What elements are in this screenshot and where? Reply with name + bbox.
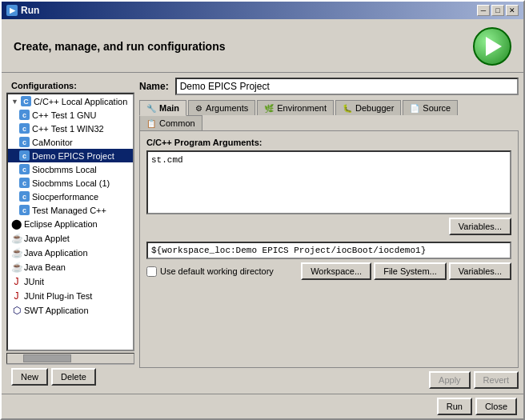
run-icon-button[interactable] [473, 27, 511, 66]
junit-icon: J [11, 290, 22, 302]
content-area: Configurations: ▼ C C/C++ Local Applicat… [2, 73, 523, 394]
expand-arrow: ▼ [11, 98, 18, 106]
workspace-button[interactable]: Workspace... [301, 262, 371, 280]
configurations-tree[interactable]: ▼ C C/C++ Local Application c C++ Test 1… [6, 93, 134, 351]
c-badge: c [19, 205, 30, 215]
tree-item-label: C++ Test 1 WIN32 [32, 124, 104, 134]
titlebar-controls: ─ □ ✕ [477, 5, 519, 16]
tree-item-java-bean[interactable]: ☕ Java Bean [8, 260, 133, 274]
window-icon: ▶ [6, 5, 18, 16]
main-tab-icon: 🔧 [146, 104, 156, 113]
action-row: Run Close [2, 394, 523, 418]
arguments-tab-label: Arguments [206, 103, 248, 113]
delete-button[interactable]: Delete [51, 368, 96, 386]
tree-item-demo-epics[interactable]: c Demo EPICS Project [8, 149, 133, 162]
name-row: Name: [139, 78, 519, 95]
tree-item-siocbmms-local[interactable]: c Siocbmms Local [8, 162, 133, 176]
tree-item-siocbmms-local-1[interactable]: c Siocbmms Local (1) [8, 176, 133, 190]
eclipse-icon: ⬤ [11, 218, 22, 230]
environment-tab-label: Environment [277, 103, 327, 113]
tab-main[interactable]: 🔧 Main [139, 100, 186, 116]
tree-item-label: JUnit Plug-in Test [24, 291, 92, 301]
titlebar-left: ▶ Run [6, 5, 39, 16]
tab-content: C/C++ Program Arguments: Variables... Us… [139, 130, 519, 368]
window-title: Run [21, 5, 39, 16]
name-input[interactable] [175, 78, 519, 95]
tree-item-label: Eclipse Application [24, 219, 98, 229]
tree-item-java-app[interactable]: ☕ Java Application [8, 246, 133, 260]
tree-item-junit-plugin[interactable]: J JUnit Plug-in Test [8, 289, 133, 303]
java-icon: ☕ [11, 262, 22, 273]
tree-item-label: Siocperformance [32, 192, 98, 202]
tree-item-label: Siocbmms Local (1) [32, 178, 110, 188]
working-dir-buttons: Workspace... File System... Variables... [301, 262, 511, 280]
source-tab-label: Source [423, 103, 451, 113]
working-dir-input[interactable] [146, 242, 511, 259]
dialog-header: Create, manage, and run configurations [2, 19, 523, 73]
tree-item-siocperformance[interactable]: c Siocperformance [8, 190, 133, 203]
args-section-label: C/C++ Program Arguments: [146, 138, 511, 147]
name-label: Name: [139, 81, 169, 92]
working-dir-row: Use default working directory Workspace.… [146, 262, 511, 280]
scrollbar-thumb[interactable] [23, 354, 71, 362]
java-icon: ☕ [11, 233, 22, 244]
tree-item-swt-app[interactable]: ⬡ SWT Application [8, 303, 133, 318]
minimize-button[interactable]: ─ [477, 5, 490, 16]
close-button[interactable]: Close [475, 398, 517, 415]
left-bottom-buttons: New Delete [6, 364, 134, 389]
close-window-button[interactable]: ✕ [506, 5, 519, 16]
use-default-label: Use default working directory [160, 266, 298, 276]
tree-item-cpp-test-gnu[interactable]: c C++ Test 1 GNU [8, 108, 133, 122]
use-default-checkbox[interactable] [146, 266, 157, 277]
c-badge: c [19, 110, 30, 120]
swt-icon: ⬡ [11, 305, 22, 316]
common-tab-icon: 📋 [146, 119, 156, 128]
revert-button[interactable]: Revert [474, 371, 519, 389]
tab-debugger[interactable]: 🐛 Debugger [335, 100, 401, 115]
tree-item-label: SWT Application [24, 306, 89, 315]
tree-item-label: Java Application [24, 248, 88, 258]
tree-item-label: Siocbmms Local [32, 165, 97, 174]
args-textarea[interactable] [146, 150, 511, 214]
run-button[interactable]: Run [437, 398, 472, 415]
tree-item-label: JUnit [24, 277, 44, 286]
tree-item-junit[interactable]: J JUnit [8, 274, 133, 289]
filesystem-button[interactable]: File System... [374, 262, 447, 280]
java-icon: ☕ [11, 247, 22, 258]
run-dialog: ▶ Run ─ □ ✕ Create, manage, and run conf… [0, 0, 525, 420]
debugger-tab-icon: 🐛 [343, 104, 352, 113]
c-badge: c [19, 178, 30, 188]
main-tab-label: Main [159, 103, 179, 113]
tree-item-eclipse-app[interactable]: ⬤ Eclipse Application [8, 217, 133, 231]
tree-item-label: Java Bean [24, 262, 66, 272]
c-badge: c [19, 191, 30, 202]
arguments-tab-icon: ⚙ [195, 104, 202, 113]
c-badge: c [19, 137, 30, 147]
tab-common[interactable]: 📋 Common [139, 115, 202, 130]
titlebar: ▶ Run ─ □ ✕ [2, 2, 523, 19]
c-badge: c [19, 123, 30, 134]
tree-item-label: C++ Test 1 GNU [32, 110, 97, 120]
tree-item-label: Java Applet [24, 234, 70, 243]
source-tab-icon: 📄 [410, 104, 419, 113]
variables-button[interactable]: Variables... [449, 218, 511, 235]
tree-item-cpp-test-win32[interactable]: c C++ Test 1 WIN32 [8, 122, 133, 135]
tree-item-label: Test Managed C++ [32, 206, 106, 215]
tree-item-cpp-local-app[interactable]: ▼ C C/C++ Local Application [8, 94, 133, 108]
tree-item-label: Demo EPICS Project [32, 151, 114, 161]
apply-button[interactable]: Apply [429, 371, 471, 389]
horizontal-scrollbar[interactable] [6, 353, 134, 364]
tree-item-test-managed[interactable]: c Test Managed C++ [8, 203, 133, 217]
new-button[interactable]: New [11, 368, 48, 386]
tree-item-java-applet[interactable]: ☕ Java Applet [8, 231, 133, 246]
configurations-label: Configurations: [6, 78, 134, 93]
c-badge: C [21, 96, 31, 106]
left-panel: Configurations: ▼ C C/C++ Local Applicat… [6, 78, 134, 389]
maximize-button[interactable]: □ [491, 5, 504, 16]
c-badge: c [19, 164, 30, 174]
tab-arguments[interactable]: ⚙ Arguments [188, 100, 255, 115]
tree-item-camonitor[interactable]: c CaMonitor [8, 135, 133, 149]
tab-source[interactable]: 📄 Source [403, 100, 458, 115]
tab-environment[interactable]: 🌿 Environment [257, 100, 334, 115]
variables2-button[interactable]: Variables... [449, 262, 511, 280]
